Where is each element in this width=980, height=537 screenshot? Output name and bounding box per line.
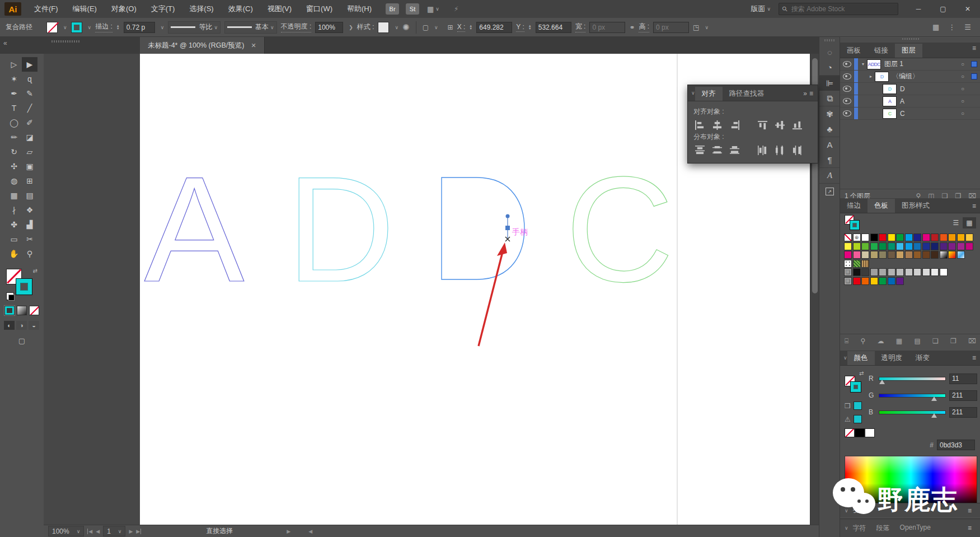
symbol-sprayer-tool[interactable]: ✤ [6, 217, 22, 232]
swatch-kinds-icon[interactable]: ▦ [896, 337, 902, 345]
document-layout-icon[interactable]: ⋮ [948, 23, 955, 31]
anchor-point[interactable] [505, 226, 510, 230]
distribute-right-button[interactable] [791, 145, 803, 155]
swatch[interactable] [905, 268, 913, 276]
curvature-tool[interactable]: ✎ [22, 86, 37, 101]
grid-view-icon[interactable]: ▦ [963, 217, 976, 228]
hex-input[interactable] [937, 440, 975, 450]
panel-tab[interactable]: 颜色 [847, 351, 875, 365]
channel-value-input[interactable] [949, 407, 977, 418]
gpu-performance-icon[interactable]: ⚡ [454, 5, 458, 13]
fill-color-swatch[interactable] [46, 22, 58, 33]
swatch[interactable] [896, 242, 904, 250]
distribute-v-center-button[interactable] [711, 145, 723, 155]
letter-d1[interactable]: D [287, 145, 395, 313]
slider-thumb[interactable] [879, 380, 885, 384]
swatch[interactable] [940, 234, 948, 241]
brushes-panel-icon[interactable]: ✾ [819, 106, 840, 122]
transform-collapse-icon[interactable]: ∨ [845, 508, 848, 513]
align-left-button[interactable] [693, 120, 706, 130]
align-h-center-button[interactable] [711, 120, 723, 130]
magic-wand-tool[interactable]: ✶ [6, 72, 22, 86]
type-menu-icon[interactable]: ≡ [963, 521, 976, 535]
panel-collapse-icon[interactable]: ∨ [840, 351, 847, 365]
swatch[interactable] [965, 234, 973, 241]
type-collapse-icon[interactable]: ∨ [845, 525, 848, 531]
none-chip[interactable] [845, 428, 855, 437]
layer-thumbnail[interactable]: D [883, 84, 897, 94]
visibility-toggle[interactable] [840, 83, 854, 95]
swatch[interactable] [922, 242, 930, 250]
swatch[interactable] [879, 268, 887, 276]
brush-definition-dropdown[interactable]: 基本 ∨ [224, 21, 277, 34]
align-right-button[interactable] [728, 120, 740, 130]
distribute-left-button[interactable] [756, 145, 768, 155]
pathfinder-panel-icon[interactable]: ⧉ [819, 91, 840, 106]
white-chip[interactable] [865, 428, 875, 437]
swatch[interactable] [870, 251, 878, 259]
menu-item[interactable]: 编辑(E) [65, 0, 104, 18]
link-dimensions-icon[interactable]: ⚭ [629, 24, 635, 31]
swatch[interactable] [844, 251, 852, 259]
menu-item[interactable]: 文件(F) [27, 0, 65, 18]
swatch[interactable] [931, 234, 939, 241]
swatch[interactable] [888, 268, 895, 276]
rotate-tool[interactable]: ↻ [6, 144, 22, 159]
swatch[interactable] [844, 234, 852, 241]
swatch[interactable] [853, 268, 861, 276]
opacity-link[interactable]: 不透明度 : [281, 22, 312, 32]
swatch[interactable] [888, 242, 895, 250]
swatch[interactable] [948, 242, 956, 250]
new-color-group-icon[interactable]: ❏ [932, 337, 939, 345]
arrange-documents-icon[interactable]: ▦ [932, 23, 939, 31]
pattern-swatch[interactable] [861, 260, 869, 268]
tab-pathfinder[interactable]: 路径查找器 [723, 87, 771, 101]
slider-thumb[interactable] [931, 413, 937, 418]
pen-tool[interactable]: ✒ [6, 86, 22, 101]
swatch[interactable] [940, 251, 948, 259]
swatch[interactable] [957, 251, 965, 259]
layer-name[interactable]: 图层 1 [884, 59, 961, 69]
x-stepper[interactable]: ▲▼ [469, 25, 472, 30]
swatch[interactable] [913, 242, 921, 250]
width-input[interactable] [589, 22, 625, 33]
swatch[interactable] [896, 268, 904, 276]
menu-item[interactable]: 效果(C) [221, 0, 260, 18]
last-artboard-icon[interactable]: ▶ [136, 529, 141, 534]
menu-item[interactable]: 选择(S) [182, 0, 221, 18]
channel-value-input[interactable] [949, 390, 977, 401]
collapse-tools-icon[interactable]: « [3, 39, 7, 47]
target-circle-icon[interactable]: ○ [961, 98, 971, 104]
workspace-switcher[interactable]: 版面 [751, 4, 765, 14]
swatch[interactable] [931, 268, 939, 276]
y-label[interactable]: Y : [516, 23, 524, 32]
constrain-proportions-icon[interactable]: ▢ [423, 24, 429, 31]
type-collapsed-bar[interactable]: ∨ 字符段落OpenType ≡ [840, 519, 980, 537]
letter-a[interactable]: A [144, 145, 245, 313]
zoom-tool[interactable]: ⚲ [22, 246, 37, 261]
artboard-number-dropdown[interactable]: 1 ∨ [103, 526, 125, 536]
scale-tool[interactable]: ▱ [22, 144, 37, 159]
stock-search[interactable]: ⚲ [779, 3, 898, 15]
x-label[interactable]: X : [457, 23, 466, 32]
direct-selection-tool[interactable]: ▶ [22, 57, 37, 72]
swatch[interactable] [948, 234, 956, 241]
gradient-button[interactable] [17, 306, 27, 315]
out-of-web-icon[interactable]: ⚠ [845, 415, 851, 423]
bridge-badge[interactable]: Br [386, 3, 399, 15]
stroke-proxy-small[interactable] [850, 381, 861, 393]
align-panel-icon[interactable]: ⊫ [819, 75, 840, 91]
swatch[interactable] [922, 234, 930, 241]
swatch[interactable] [861, 277, 869, 285]
constrain-caret-icon[interactable]: ∨ [434, 25, 438, 30]
swatch[interactable] [905, 251, 913, 259]
gradient-panel-icon[interactable]: ◔ [819, 60, 840, 75]
target-circle-icon[interactable]: ○ [961, 73, 971, 80]
panel-tab[interactable]: 图形样式 [895, 199, 936, 213]
distribute-bottom-button[interactable] [728, 145, 740, 155]
draw-inside-icon[interactable]: ◒ [29, 321, 39, 330]
reference-point-icon[interactable]: ⊞ [448, 24, 453, 31]
stroke-width-stepper[interactable]: ▲▼ [116, 25, 120, 30]
swatch[interactable] [896, 234, 904, 241]
swatch[interactable] [940, 268, 948, 276]
